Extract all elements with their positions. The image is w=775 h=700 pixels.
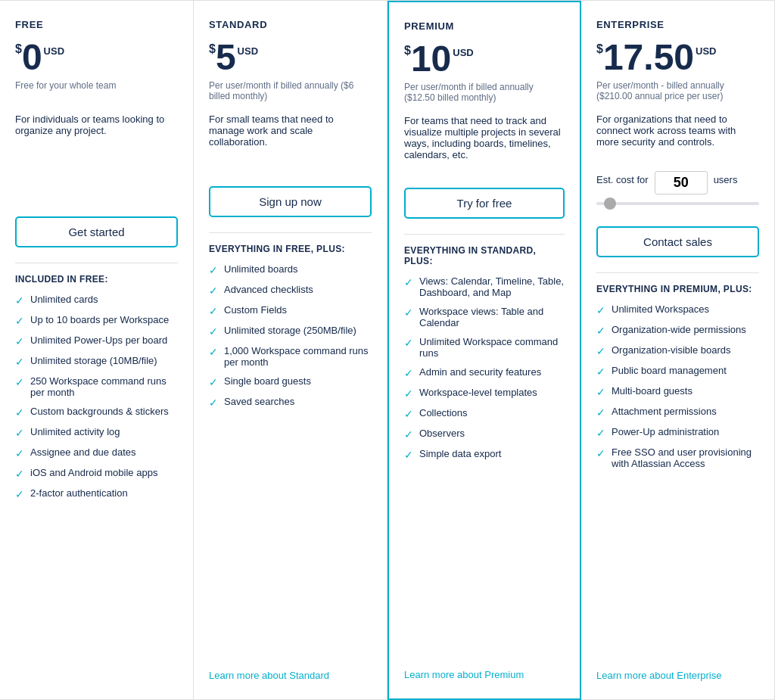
feature-item: ✓Unlimited Workspace command runs <box>404 336 565 359</box>
price-dollar-enterprise: $ <box>596 42 603 56</box>
users-slider-thumb[interactable] <box>604 198 616 210</box>
price-note-premium: Per user/month if billed annually ($12.5… <box>404 82 565 106</box>
checkmark-icon: ✓ <box>15 406 24 418</box>
checkmark-icon: ✓ <box>596 386 605 398</box>
feature-text: Unlimited Workspace command runs <box>419 336 565 359</box>
price-usd-free: USD <box>44 45 64 57</box>
learn-more-link-premium[interactable]: Learn more about Premium <box>404 660 565 680</box>
feature-item: ✓Custom Fields <box>209 304 372 317</box>
feature-text: Organization-wide permissions <box>612 324 746 335</box>
cta-button-free[interactable]: Get started <box>15 216 178 247</box>
feature-text: Views: Calendar, Timeline, Table, Dashbo… <box>419 275 565 298</box>
divider-enterprise <box>596 272 759 273</box>
plan-desc-standard: For small teams that need to manage work… <box>209 114 372 159</box>
feature-text: Free SSO and user provisioning with Atla… <box>612 446 759 469</box>
feature-item: ✓Advanced checklists <box>209 284 372 297</box>
checkmark-icon: ✓ <box>209 376 218 388</box>
checkmark-icon: ✓ <box>15 335 24 347</box>
feature-text: Public board management <box>612 365 727 376</box>
checkmark-icon: ✓ <box>596 427 605 439</box>
feature-text: Unlimited Workspaces <box>612 303 709 315</box>
cta-button-standard[interactable]: Sign up now <box>209 186 372 217</box>
price-note-enterprise: Per user/month - billed annually ($210.0… <box>596 80 759 104</box>
checkmark-icon: ✓ <box>404 337 413 349</box>
divider-premium <box>404 234 565 235</box>
plan-col-free: FREE$0USDFree for your whole teamFor ind… <box>0 1 194 700</box>
feature-item: ✓Free SSO and user provisioning with Atl… <box>596 446 759 469</box>
plan-desc-premium: For teams that need to track and visuali… <box>404 115 565 160</box>
feature-item: ✓Unlimited Power-Ups per board <box>15 334 178 347</box>
feature-item: ✓Unlimited Workspaces <box>596 303 759 316</box>
price-amount-premium: 10 <box>411 41 451 77</box>
checkmark-icon: ✓ <box>209 397 218 409</box>
price-row-enterprise: $17.50USD <box>596 39 759 76</box>
price-amount-free: 0 <box>22 39 42 76</box>
feature-item: ✓1,000 Workspace command runs per month <box>209 345 372 368</box>
checkmark-icon: ✓ <box>15 427 24 439</box>
feature-item: ✓Multi-board guests <box>596 385 759 398</box>
feature-text: 250 Workspace command runs per month <box>30 375 178 398</box>
feature-list-standard: ✓Unlimited boards✓Advanced checklists✓Cu… <box>209 263 372 661</box>
features-label-enterprise: EVERYTHING IN PREMIUM, PLUS: <box>596 284 759 294</box>
plan-desc-free: For individuals or teams looking to orga… <box>15 114 178 159</box>
price-usd-standard: USD <box>238 45 258 57</box>
feature-text: Collections <box>419 407 468 418</box>
learn-more-link-standard[interactable]: Learn more about Standard <box>209 661 372 681</box>
features-label-premium: EVERYTHING IN STANDARD, PLUS: <box>404 245 565 266</box>
checkmark-icon: ✓ <box>404 387 413 400</box>
price-usd-premium: USD <box>453 47 473 58</box>
price-row-premium: $10USD <box>404 41 565 77</box>
checkmark-icon: ✓ <box>15 447 24 459</box>
plan-col-enterprise: ENTERPRISE$17.50USDPer user/month - bill… <box>581 1 775 700</box>
price-note-standard: Per user/month if billed annually ($6 bi… <box>209 80 372 104</box>
feature-item: ✓Collections <box>404 407 565 420</box>
learn-more-link-enterprise[interactable]: Learn more about Enterprise <box>596 661 759 681</box>
features-label-free: INCLUDED IN FREE: <box>15 274 178 285</box>
checkmark-icon: ✓ <box>596 366 605 378</box>
checkmark-icon: ✓ <box>15 294 24 306</box>
checkmark-icon: ✓ <box>596 447 605 459</box>
checkmark-icon: ✓ <box>404 306 413 319</box>
feature-text: Unlimited cards <box>30 294 98 305</box>
feature-text: Multi-board guests <box>612 385 693 397</box>
feature-item: ✓Attachment permissions <box>596 406 759 418</box>
checkmark-icon: ✓ <box>15 376 24 388</box>
price-amount-enterprise: 17.50 <box>603 39 694 76</box>
price-row-standard: $5USD <box>209 39 372 76</box>
price-dollar-standard: $ <box>209 42 216 56</box>
checkmark-icon: ✓ <box>404 276 413 288</box>
plan-desc-enterprise: For organizations that need to connect w… <box>596 114 759 159</box>
est-cost-section: Est. cost forusers <box>596 171 759 217</box>
checkmark-icon: ✓ <box>15 468 24 480</box>
plan-col-premium: PREMIUM$10USDPer user/month if billed an… <box>388 1 581 700</box>
feature-text: Unlimited storage (250MB/file) <box>224 325 356 336</box>
feature-text: Unlimited storage (10MB/file) <box>30 355 157 366</box>
feature-text: Workspace-level templates <box>419 387 537 398</box>
est-cost-users-input[interactable] <box>655 171 708 194</box>
feature-item: ✓Public board management <box>596 365 759 378</box>
feature-text: Unlimited activity log <box>30 426 120 437</box>
checkmark-icon: ✓ <box>404 367 413 379</box>
cta-button-enterprise[interactable]: Contact sales <box>596 226 759 257</box>
feature-item: ✓iOS and Android mobile apps <box>15 467 178 480</box>
feature-list-premium: ✓Views: Calendar, Timeline, Table, Dashb… <box>404 275 565 660</box>
feature-item: ✓Workspace views: Table and Calendar <box>404 306 565 328</box>
feature-item: ✓Unlimited storage (250MB/file) <box>209 325 372 338</box>
checkmark-icon: ✓ <box>15 315 24 327</box>
feature-item: ✓Power-Up administration <box>596 426 759 439</box>
feature-text: Workspace views: Table and Calendar <box>419 306 565 328</box>
feature-text: iOS and Android mobile apps <box>30 467 157 478</box>
feature-list-free: ✓Unlimited cards✓Up to 10 boards per Wor… <box>15 294 178 681</box>
feature-item: ✓Up to 10 boards per Workspace <box>15 314 178 327</box>
price-note-free: Free for your whole team <box>15 80 178 104</box>
checkmark-icon: ✓ <box>596 345 605 357</box>
checkmark-icon: ✓ <box>209 285 218 297</box>
feature-item: ✓Assignee and due dates <box>15 446 178 459</box>
est-cost-row: Est. cost forusers <box>596 171 759 194</box>
price-dollar-free: $ <box>15 42 22 56</box>
feature-text: Custom backgrounds & stickers <box>30 406 169 417</box>
checkmark-icon: ✓ <box>15 356 24 368</box>
feature-item: ✓250 Workspace command runs per month <box>15 375 178 398</box>
feature-item: ✓Single board guests <box>209 375 372 388</box>
cta-button-premium[interactable]: Try for free <box>404 188 565 219</box>
